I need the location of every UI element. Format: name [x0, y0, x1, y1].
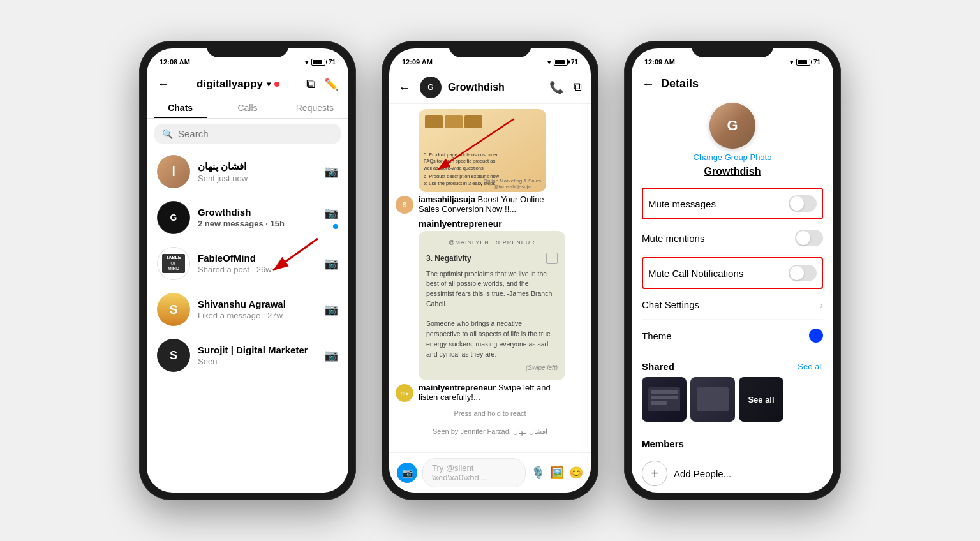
- mute-messages-toggle[interactable]: [789, 195, 817, 212]
- time-2: 12:09 AM: [402, 58, 433, 66]
- unread-dot-2: [333, 224, 338, 229]
- avatar-growthdish: G: [157, 201, 190, 234]
- chat-name-2: Growthdish: [198, 207, 316, 218]
- change-photo-button[interactable]: Change Group Photo: [694, 152, 772, 162]
- shared-section-header: Shared See all: [642, 352, 823, 377]
- avatar-letter-2: G: [170, 212, 177, 223]
- chat-item-4[interactable]: S Shivanshu Agrawal Liked a message · 27…: [147, 286, 348, 332]
- seen-by-label: Seen by Jennifer Farzad, افشان پنهان: [396, 427, 584, 436]
- phone-2: 12:09 AM ▾ 71 ← G Growthdish 📞 ⧉: [382, 41, 598, 500]
- chat-item-1[interactable]: ا افشان پنهان Sent just now 📷: [147, 149, 348, 195]
- theme-row: Theme: [642, 320, 823, 352]
- phone-icon-2[interactable]: 📞: [549, 80, 563, 94]
- chevron-right-icon-chat: ›: [820, 300, 823, 310]
- shared-img-overlay[interactable]: See all: [739, 377, 783, 422]
- video-icon-2[interactable]: ⧉: [574, 80, 582, 94]
- chat-info-2: Growthdish 2 new messages · 15h: [198, 207, 316, 228]
- wifi-icon-3: ▾: [790, 59, 793, 66]
- chat-header-name-2: Growthdish: [448, 82, 543, 93]
- details-header: ← Details: [632, 71, 833, 96]
- back-button-3[interactable]: ←: [642, 77, 655, 91]
- search-bar-1[interactable]: 🔍: [154, 124, 341, 144]
- add-people-label: Add People...: [674, 468, 731, 479]
- camera-icon-1[interactable]: 📷: [324, 165, 338, 179]
- chat-info-1: افشان پنهان Sent just now: [198, 161, 316, 183]
- search-input-1[interactable]: [178, 128, 333, 139]
- theme-label: Theme: [642, 330, 672, 341]
- swipe-note: (Swipe left): [426, 363, 558, 373]
- theme-color-dot[interactable]: [809, 329, 823, 343]
- see-all-overlay: See all: [739, 377, 783, 422]
- mute-mentions-toggle[interactable]: [795, 230, 823, 246]
- msg-text-mainly: mainlyentrepreneur Swipe left and listen…: [419, 383, 572, 402]
- mic-icon-2[interactable]: 🎙️: [531, 466, 545, 480]
- watermark: @MAINLYENTREPRENEUR: [426, 239, 558, 248]
- back-button-2[interactable]: ←: [398, 80, 411, 95]
- chat-item-2[interactable]: G Growthdish 2 new messages · 15h 📷: [147, 195, 348, 241]
- chat-input-field-2[interactable]: Try @silent \xed\xa0\xbd...: [422, 458, 526, 487]
- shared-img-1[interactable]: [642, 377, 687, 422]
- battery-pct-1: 71: [329, 59, 336, 66]
- chat-info-5: Surojit | Digital Marketer Seen: [198, 345, 316, 366]
- chat-header-icons-2: 📞 ⧉: [549, 80, 582, 94]
- chat-settings-label: Chat Settings: [642, 299, 699, 310]
- see-all-shared-link[interactable]: See all: [798, 362, 823, 371]
- add-people-row[interactable]: + Add People...: [642, 454, 823, 493]
- card-title: 3. Negativity: [426, 253, 471, 264]
- mute-messages-label: Mute messages: [648, 198, 716, 209]
- battery-2: [554, 59, 568, 66]
- back-button-1[interactable]: ←: [157, 77, 170, 91]
- chat-preview-3: Shared a post · 26w: [198, 265, 316, 274]
- tab-requests[interactable]: Requests: [281, 96, 348, 118]
- chat-preview-4: Liked a message · 27w: [198, 311, 316, 320]
- account-name-1: digitallyappy: [197, 78, 263, 91]
- chat-right-1: 📷: [324, 165, 338, 179]
- chat-name-5: Surojit | Digital Marketer: [198, 345, 316, 355]
- wifi-icon-1: ▾: [305, 59, 308, 66]
- press-hold-label: Press and hold to react: [396, 407, 584, 420]
- members-section: Members + Add People...: [642, 429, 823, 493]
- avatar-shivanshu: S: [157, 293, 190, 326]
- battery-1: [311, 59, 325, 66]
- status-icons-2: ▾ 71: [547, 59, 578, 66]
- shared-images-grid: See all: [642, 377, 823, 422]
- tab-calls[interactable]: Calls: [214, 96, 281, 118]
- chat-settings-row[interactable]: Chat Settings ›: [642, 290, 823, 320]
- camera-icon-3[interactable]: 📷: [324, 256, 338, 270]
- chat-item-5[interactable]: S Surojit | Digital Marketer Seen 📷: [147, 332, 348, 378]
- members-header: Members: [642, 429, 823, 454]
- avatar-fable: TABLE OF MIND: [157, 247, 190, 280]
- notch-1: [206, 41, 289, 57]
- messages-area-2: S 5. Product page contains customer: [389, 104, 591, 452]
- chat-item-3[interactable]: TABLE OF MIND FableOfMind Shared a post …: [147, 241, 348, 286]
- mute-calls-toggle[interactable]: [789, 265, 817, 281]
- avatar-surojit: S: [157, 339, 190, 372]
- mute-calls-row: Mute Call Notifications: [642, 257, 823, 289]
- camera-icon-2[interactable]: 📷: [324, 206, 338, 220]
- status-icons-1: ▾ 71: [305, 59, 336, 66]
- shared-img-2[interactable]: [690, 377, 735, 422]
- input-placeholder-2: Try @silent \xed\xa0\xbd...: [432, 463, 486, 482]
- chat-right-4: 📷: [324, 302, 338, 316]
- camera-icon-4[interactable]: 📷: [324, 302, 338, 316]
- chat-preview-1: Sent just now: [198, 174, 316, 183]
- msg-sender-sahil: iamsahiljasuja: [419, 195, 475, 204]
- shared-label: Shared: [642, 361, 674, 372]
- see-all-overlay-text: See all: [748, 395, 774, 404]
- screens-icon-1[interactable]: ⧉: [306, 77, 315, 91]
- nav-title-1: digitallyappy ▾: [197, 78, 279, 91]
- sticker-icon-2[interactable]: 😊: [569, 466, 583, 480]
- chevron-down-icon-1: ▾: [267, 80, 271, 89]
- camera-icon-5[interactable]: 📷: [324, 348, 338, 362]
- mute-mentions-row: Mute mentions: [642, 221, 823, 256]
- chat-right-3: 📷: [324, 256, 338, 270]
- chat-right-5: 📷: [324, 348, 338, 362]
- compose-icon-1[interactable]: ✏️: [324, 77, 338, 91]
- gallery-icon-2[interactable]: 🖼️: [550, 466, 564, 480]
- avatar-letter-1: ا: [172, 164, 175, 179]
- tab-chats[interactable]: Chats: [147, 96, 214, 118]
- details-title: Details: [661, 77, 823, 91]
- msg-image-bubble: 5. Product page contains customer FAQs f…: [419, 109, 546, 214]
- battery-pct-3: 71: [813, 59, 820, 66]
- details-settings-list: Mute messages Mute mentions Mute Call No…: [632, 186, 833, 493]
